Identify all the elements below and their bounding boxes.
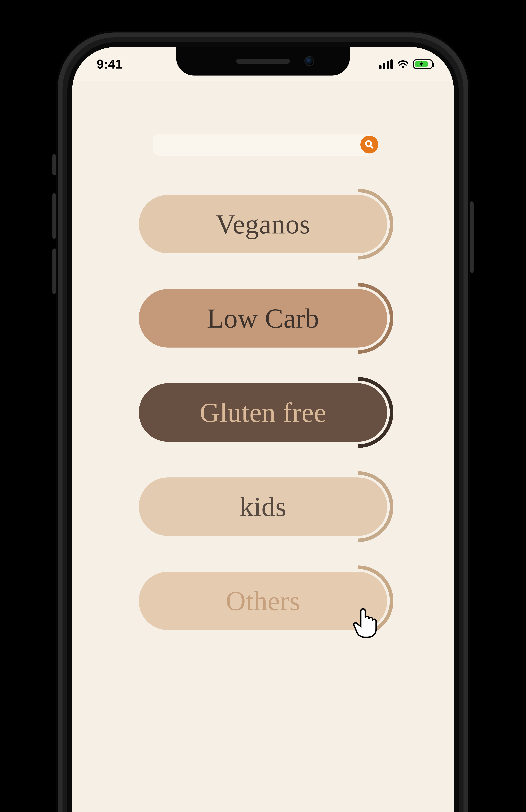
search-icon xyxy=(364,140,374,149)
speaker-grille xyxy=(236,59,290,64)
front-camera xyxy=(304,56,314,66)
volume-up-button[interactable] xyxy=(53,193,56,239)
svg-point-1 xyxy=(366,141,371,146)
phone-frame: 9:41 xyxy=(56,31,470,812)
power-button[interactable] xyxy=(470,201,473,273)
category-low-carb[interactable]: Low Carb xyxy=(139,289,387,348)
category-gluten-free[interactable]: Gluten free xyxy=(139,383,387,442)
category-label: Veganos xyxy=(216,208,310,240)
category-list: Veganos Low Carb Gluten free kids xyxy=(72,195,454,630)
category-label: Others xyxy=(226,585,300,617)
notch xyxy=(176,47,350,75)
pointer-cursor-icon xyxy=(351,607,379,639)
wifi-icon xyxy=(397,60,409,69)
category-label: Low Carb xyxy=(207,303,319,334)
screen: 9:41 xyxy=(72,47,454,812)
volume-down-button[interactable] xyxy=(53,248,56,294)
search-input[interactable] xyxy=(152,134,374,156)
content-area: Veganos Low Carb Gluten free kids xyxy=(72,81,454,812)
category-veganos[interactable]: Veganos xyxy=(139,195,387,253)
status-time: 9:41 xyxy=(97,57,122,72)
cellular-signal-icon xyxy=(379,59,393,69)
search-button[interactable] xyxy=(361,135,378,154)
search-row xyxy=(152,132,374,158)
category-others[interactable]: Others xyxy=(139,572,387,630)
battery-charging-icon xyxy=(413,59,433,69)
silent-switch[interactable] xyxy=(53,154,56,175)
category-label: Gluten free xyxy=(200,397,326,429)
svg-line-2 xyxy=(371,146,373,148)
svg-point-0 xyxy=(402,66,404,68)
category-kids[interactable]: kids xyxy=(139,477,387,536)
category-label: kids xyxy=(239,491,286,523)
